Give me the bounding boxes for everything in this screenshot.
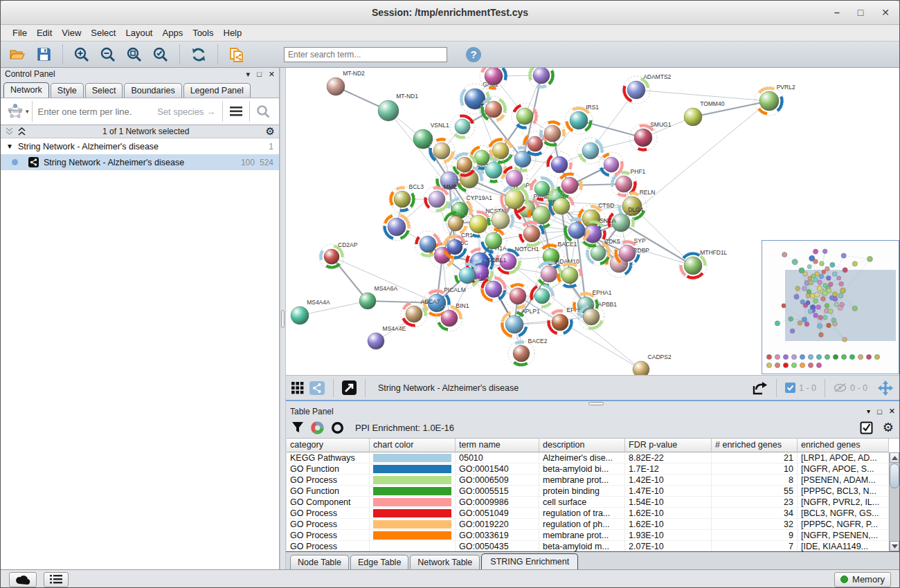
table-panel-menu-icon[interactable]: ▾ — [867, 407, 870, 415]
network-node[interactable]: MS4A4E — [368, 325, 406, 349]
export-network-icon[interactable] — [751, 380, 768, 396]
column-header-term-name[interactable]: term name — [456, 439, 539, 452]
table-row[interactable]: GO ProcessGO:0019220regulation of ph...1… — [287, 519, 889, 530]
help-button[interactable]: ? — [462, 44, 485, 65]
cloud-button[interactable] — [9, 572, 37, 587]
refresh-button[interactable] — [188, 44, 210, 65]
string-logo[interactable]: STRING ▾ — [3, 101, 33, 122]
detach-view-icon[interactable] — [342, 380, 357, 395]
zoom-fit-button[interactable] — [123, 44, 145, 65]
zoom-out-button[interactable] — [97, 44, 119, 65]
ring-chart-icon[interactable] — [331, 421, 344, 434]
menu-item-select[interactable]: Select — [86, 26, 120, 39]
network-node[interactable]: IRS1 — [565, 104, 599, 134]
close-panel-icon[interactable]: ✕ — [269, 70, 275, 79]
float-panel-icon[interactable]: □ — [257, 70, 262, 78]
table-row[interactable]: GO ProcessGO:0006509membrane prot...1.42… — [287, 475, 889, 486]
tab-boundaries[interactable]: Boundaries — [124, 83, 181, 98]
network-node[interactable] — [450, 114, 475, 139]
table-row[interactable]: GO ProcessGO:0051049regulation of tra...… — [287, 508, 889, 519]
menu-item-apps[interactable]: Apps — [158, 26, 188, 39]
network-node[interactable]: APLP1 — [501, 308, 540, 338]
table-row[interactable]: GO ProcessGO:0033619membrane prot...1.93… — [287, 530, 889, 541]
network-node[interactable]: MTHFD1L — [679, 249, 728, 279]
expand-all-icon[interactable] — [17, 127, 26, 136]
tab-edge-table[interactable]: Edge Table — [350, 555, 408, 569]
tab-string-enrichment[interactable]: STRING Enrichment — [481, 553, 578, 569]
tab-network-table[interactable]: Network Table — [410, 555, 480, 569]
column-header-description[interactable]: description — [539, 439, 625, 452]
network-tree-root-row[interactable]: ▼ String Network - Alzheimer's disease 1 — [1, 138, 279, 154]
table-settings-gear-icon[interactable]: ⚙ — [883, 420, 894, 435]
network-node[interactable]: MS4A4A — [291, 299, 330, 324]
string-search-button[interactable] — [250, 104, 276, 118]
memory-button[interactable]: Memory — [834, 572, 891, 587]
navigate-cross-icon[interactable] — [877, 380, 894, 396]
table-row[interactable]: GO ComponentGO:0009986cell surface1.54E-… — [287, 497, 889, 508]
column-header-enriched-genes[interactable]: enriched genes — [798, 439, 889, 452]
birdseye-view[interactable] — [762, 240, 899, 374]
network-node[interactable]: MS4A6A — [359, 285, 397, 309]
search-input[interactable] — [284, 47, 447, 62]
tab-network[interactable]: Network — [3, 82, 49, 98]
hsplitter-handle[interactable] — [588, 402, 604, 405]
tree-collapse-icon[interactable]: ▼ — [6, 143, 13, 150]
horizontal-splitter[interactable] — [286, 400, 899, 405]
network-node[interactable]: PVRL2 — [755, 84, 795, 116]
panel-menu-icon[interactable]: ▾ — [246, 70, 251, 79]
zoom-in-button[interactable] — [71, 44, 93, 65]
column-header-FDR-p-value[interactable]: FDR p-value — [625, 439, 712, 452]
filter-icon[interactable] — [291, 421, 304, 434]
splitter-handle[interactable] — [281, 310, 285, 328]
network-canvas[interactable]: MT-ND2MT-ND1VSNL1GAB2ADAMTS2PVRL2TOMM40S… — [286, 68, 899, 375]
string-term-input[interactable] — [33, 107, 158, 117]
network-node[interactable]: CR1 — [442, 232, 473, 259]
table-row[interactable]: GO ProcessGO:0050435beta-amyloid m...2.0… — [287, 541, 889, 551]
column-header-chart-color[interactable]: chart color — [370, 439, 456, 452]
scroll-down-button[interactable] — [890, 541, 899, 551]
scrollbar-thumb[interactable] — [890, 463, 899, 488]
network-node[interactable]: ADAMTS2 — [622, 73, 672, 104]
zoom-selected-button[interactable] — [150, 44, 172, 65]
menu-item-view[interactable]: View — [57, 26, 86, 39]
tab-style[interactable]: Style — [51, 83, 84, 98]
network-node[interactable] — [383, 213, 411, 241]
select-rows-checkbox-icon[interactable] — [860, 421, 873, 434]
menu-item-tools[interactable]: Tools — [188, 26, 218, 39]
table-row[interactable]: GO FunctionGO:0005515protein binding1.47… — [287, 486, 889, 497]
network-node[interactable] — [512, 103, 538, 129]
tab-select[interactable]: Select — [85, 83, 123, 98]
menu-item-file[interactable]: File — [8, 26, 32, 39]
share-view-icon[interactable] — [309, 381, 325, 395]
table-scrollbar[interactable] — [889, 452, 899, 551]
vertical-splitter[interactable] — [280, 68, 286, 569]
task-list-button[interactable] — [44, 572, 69, 587]
network-node[interactable]: SMUG1 — [629, 121, 672, 151]
menu-item-layout[interactable]: Layout — [120, 26, 157, 39]
donut-chart-icon[interactable] — [311, 421, 324, 434]
tab-legend-panel[interactable]: Legend Panel — [183, 83, 251, 98]
network-node[interactable]: MT-ND1 — [378, 93, 418, 121]
table-panel-close-icon[interactable]: ✕ — [889, 407, 895, 416]
string-options-button[interactable] — [223, 107, 249, 116]
network-tree-child-row[interactable]: String Network - Alzheimer's disease 100… — [1, 154, 279, 170]
column-header--enriched-genes[interactable]: # enriched genes — [712, 439, 798, 452]
network-node[interactable]: CADPS2 — [633, 353, 672, 375]
menu-item-help[interactable]: Help — [219, 26, 247, 39]
open-session-button[interactable] — [6, 44, 28, 65]
tab-node-table[interactable]: Node Table — [290, 555, 349, 569]
network-node[interactable] — [599, 152, 624, 177]
network-options-gear-icon[interactable]: ⚙ — [266, 125, 275, 138]
set-species-label[interactable]: Set species → — [157, 107, 222, 117]
network-node[interactable]: TOMM40 — [684, 100, 725, 126]
minimize-button[interactable]: – — [834, 7, 840, 18]
network-node[interactable] — [539, 120, 566, 147]
selected-checkbox-icon[interactable] — [785, 383, 795, 393]
network-node[interactable] — [528, 68, 555, 89]
column-header-category[interactable]: category — [287, 439, 370, 452]
close-button[interactable]: ✕ — [881, 7, 890, 18]
menu-item-edit[interactable]: Edit — [32, 26, 57, 39]
table-row[interactable]: KEGG Pathways05010Alzheimer's dise...8.8… — [287, 452, 889, 463]
maximize-button[interactable]: □ — [858, 7, 863, 18]
table-row[interactable]: GO FunctionGO:0001540beta-amyloid bi...1… — [287, 463, 889, 475]
